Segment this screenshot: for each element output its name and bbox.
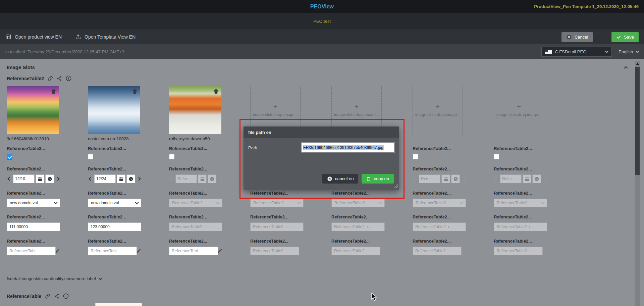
clock-button[interactable] <box>208 174 216 183</box>
date-next-button[interactable] <box>461 174 466 183</box>
slot-select[interactable]: new domain val... <box>7 199 60 207</box>
image-slot[interactable]: + image.slots.drag.image... <box>7 86 59 134</box>
slot-edit-input[interactable]: ReferenceTabl... <box>169 247 218 255</box>
save-button[interactable]: Save <box>611 32 639 42</box>
trash-icon[interactable] <box>50 88 57 96</box>
slot-number-input[interactable]: ReferenceTable2_r... <box>169 222 222 231</box>
pencil-icon[interactable] <box>217 248 222 255</box>
pencil-icon[interactable] <box>55 248 60 255</box>
pencil-icon[interactable] <box>136 248 141 255</box>
field-label: ReferenceTable2... <box>7 166 88 171</box>
path-input[interactable]: ER/3d166046f86c013910f3f7bb4039f967.jpg <box>301 143 394 153</box>
slot-select[interactable]: ReferenceTable2... <box>169 199 222 207</box>
calendar-button[interactable] <box>523 174 531 183</box>
drag-text: image.slots.drag.image... <box>334 112 379 117</box>
field-label: ReferenceTable2... <box>413 214 494 219</box>
image-slot[interactable]: + image.slots.drag.image... <box>494 86 544 134</box>
slot-number-input[interactable]: ReferenceTable2_r... <box>494 222 547 231</box>
date-prev-button[interactable] <box>413 174 418 183</box>
date-prev-button[interactable] <box>494 174 499 183</box>
info-icon[interactable] <box>63 293 69 299</box>
chevron-down-icon <box>541 200 544 204</box>
drop-placeholder[interactable]: + image.slots.drag.image... <box>494 86 544 134</box>
scroll-up-arrow[interactable] <box>635 61 640 67</box>
date-input[interactable]: 12/24... <box>94 174 116 183</box>
date-next-button[interactable] <box>217 174 223 183</box>
image-slot[interactable] <box>95 303 142 306</box>
image-slot[interactable]: + image.slots.drag.image... <box>169 86 221 134</box>
slot-select[interactable]: new domain val... <box>88 199 141 207</box>
clock-button[interactable] <box>532 174 541 183</box>
drop-placeholder[interactable]: + image.slots.drag.image... <box>413 86 463 134</box>
slot-number-input[interactable]: 123.00000 <box>88 222 141 231</box>
view-selector-dropdown[interactable]: C.FSDetail.PEO <box>541 47 612 57</box>
date-input[interactable]: 12/10... <box>13 174 35 183</box>
slot-checkbox[interactable] <box>494 154 499 160</box>
calendar-button[interactable] <box>117 174 125 183</box>
field-label: ReferenceTable2... <box>250 239 331 244</box>
empty-image-slot[interactable] <box>7 303 57 306</box>
drag-text: image.slots.drag.image... <box>253 112 298 117</box>
slot-checkbox[interactable] <box>169 154 175 160</box>
open-template-view-link[interactable]: Open Templata View EN <box>75 34 136 40</box>
slot-number-input[interactable]: ReferenceTable2_r... <box>250 222 304 231</box>
calendar-button[interactable] <box>36 174 44 183</box>
date-next-button[interactable] <box>136 174 142 183</box>
scroll-thumb[interactable] <box>635 67 640 175</box>
show-more-label[interactable]: fsdetail.imageslots.cardinality.show.mor… <box>7 276 637 281</box>
slot-edit-input[interactable]: ReferenceTabl... <box>88 247 137 255</box>
field-label: ReferenceTable2... <box>88 239 169 244</box>
collapse-section-icon[interactable] <box>625 65 627 69</box>
slot-edit-input[interactable]: ReferenceTable2_... <box>494 247 543 255</box>
date-prev-button[interactable] <box>169 174 174 183</box>
chevron-down-icon <box>378 200 382 204</box>
slot-edit-input[interactable]: ReferenceTabl... <box>7 247 56 255</box>
info-icon[interactable] <box>66 75 71 81</box>
date-input[interactable]: Refer... <box>175 174 197 183</box>
top-bar: PEOView ProductView_Peo Template 1_29.12… <box>0 0 644 13</box>
slot-select[interactable]: ReferenceTable2... <box>250 199 304 207</box>
hierarchy-icon[interactable] <box>54 294 59 299</box>
link-icon[interactable] <box>48 76 53 81</box>
trash-icon[interactable] <box>213 88 219 96</box>
slot-edit-input[interactable]: ReferenceTable2_... <box>413 247 462 255</box>
image-slot[interactable]: + image.slots.drag.image... <box>413 86 463 134</box>
link-icon[interactable] <box>45 294 50 299</box>
date-prev-button[interactable] <box>88 174 93 183</box>
slot-select[interactable]: ReferenceTable2... <box>413 199 466 207</box>
slot-checkbox[interactable] <box>7 154 12 160</box>
slot-edit-input[interactable]: ReferenceTable2_... <box>250 247 299 255</box>
slot-number-input[interactable]: ReferenceTable2_r... <box>413 222 466 231</box>
calendar-button[interactable] <box>198 174 207 183</box>
chevron-down-icon <box>605 49 609 53</box>
clock-button[interactable] <box>451 174 460 183</box>
field-label: ReferenceTable2... <box>331 191 413 196</box>
slot-checkbox[interactable] <box>413 154 418 160</box>
scrollbar[interactable] <box>635 61 640 306</box>
reference-table-row: ReferenceTable <box>7 293 637 299</box>
image-slot[interactable]: + image.slots.drag.image... <box>88 86 140 134</box>
open-product-view-link[interactable]: Open product view EN <box>5 34 62 40</box>
slot-number-input[interactable]: ReferenceTable2_r... <box>331 222 385 231</box>
date-next-button[interactable] <box>55 174 60 183</box>
slot-edit-input[interactable]: ReferenceTable2_... <box>331 247 380 255</box>
date-next-button[interactable] <box>542 174 547 183</box>
copy-en-button[interactable]: copy en <box>362 174 394 184</box>
clock-button[interactable] <box>45 174 54 183</box>
slot-select[interactable]: ReferenceTable2... <box>494 199 547 207</box>
cancel-en-button[interactable]: cancel en <box>322 174 359 184</box>
date-input[interactable]: Refer... <box>500 174 522 183</box>
date-prev-button[interactable] <box>7 174 12 183</box>
slot-number-input[interactable]: 111.00000 <box>7 222 60 231</box>
hierarchy-icon[interactable] <box>57 76 62 81</box>
date-input[interactable]: Refer... <box>419 174 440 183</box>
clock-button[interactable] <box>126 174 135 183</box>
resize-handle[interactable] <box>394 184 398 190</box>
cancel-button[interactable]: Cancel <box>561 32 593 42</box>
slot-select[interactable]: ReferenceTable2... <box>331 199 385 207</box>
select-value: ReferenceTable2... <box>497 201 531 205</box>
calendar-button[interactable] <box>441 174 450 183</box>
trash-icon[interactable] <box>131 88 138 96</box>
language-dropdown[interactable]: English <box>619 49 639 54</box>
slot-checkbox[interactable] <box>88 154 94 160</box>
